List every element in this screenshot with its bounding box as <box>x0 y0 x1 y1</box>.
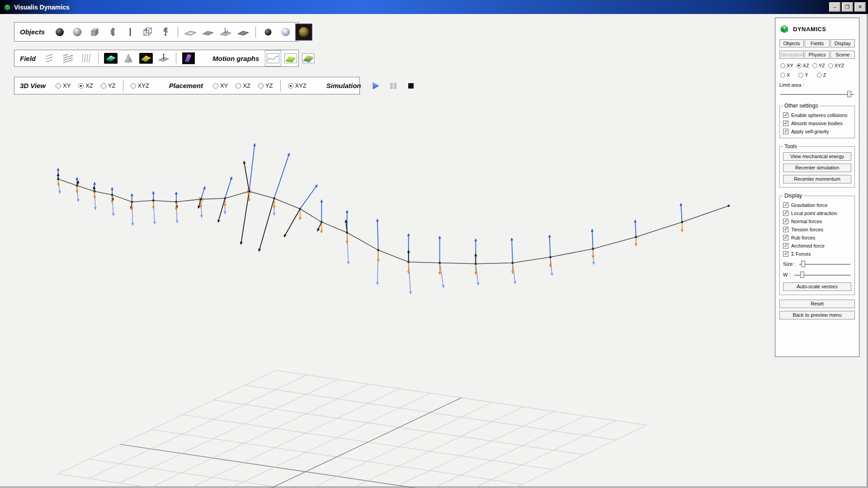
maximize-button[interactable]: ❐ <box>842 2 853 12</box>
slider-thumb[interactable] <box>800 272 804 278</box>
scene-tab-button[interactable]: Scene <box>830 51 855 59</box>
panel-radio-x[interactable]: X <box>780 72 790 78</box>
panel-axis-radios: X Y Z <box>779 72 855 78</box>
field-cone-icon[interactable] <box>120 50 137 66</box>
panel-radio-z[interactable]: Z <box>817 72 826 78</box>
pause-button[interactable] <box>385 78 401 94</box>
w-slider-row: W : <box>783 271 851 278</box>
object-gray-sphere-icon[interactable] <box>69 24 85 40</box>
panel-radio-xyz[interactable]: XYZ <box>828 63 844 68</box>
play-button[interactable] <box>368 78 384 94</box>
w-slider[interactable] <box>793 271 852 278</box>
object-cube-icon[interactable] <box>87 24 103 40</box>
view-toolbar: 3D View XY XZ YZ XYZ Placement XY XZ YZ <box>14 77 360 94</box>
slider-thumb[interactable] <box>801 261 805 267</box>
toolbar-separator <box>176 52 176 64</box>
panel-radio-xz[interactable]: XZ <box>797 63 809 68</box>
radio-icon <box>817 73 822 78</box>
checkbox-absorb-massive-bodies[interactable]: Absorb massive bodies <box>783 121 851 126</box>
field-color-gradient-icon[interactable] <box>180 50 197 66</box>
back-to-preview-menu-button[interactable]: Back to preview menu <box>779 311 855 319</box>
checkbox-rub-forces[interactable]: Rub forces <box>783 235 851 240</box>
toolbar-separator <box>280 80 281 92</box>
slider-track <box>780 94 854 95</box>
field-toolbar: Field Motion graphs <box>14 50 299 67</box>
placement-radio-xyz[interactable]: XYZ <box>288 82 307 89</box>
simulation-label: Simulation <box>326 82 361 89</box>
field-arrows-sparse-icon[interactable] <box>42 50 59 66</box>
view-radio-yz[interactable]: YZ <box>101 82 116 89</box>
field-plane-arrow-icon[interactable] <box>156 50 172 66</box>
object-textured-sphere-icon[interactable] <box>295 23 312 41</box>
panel-nav-row1: Objects Fields Display <box>779 39 855 47</box>
radio-icon <box>236 83 241 89</box>
app-icon <box>4 4 11 11</box>
panel-header: DYNAMICS <box>779 22 855 36</box>
checkbox-archimed-force[interactable]: Archimed force <box>783 243 851 249</box>
simulation-tab-button[interactable]: Simulation <box>779 51 804 59</box>
object-spring-icon[interactable] <box>104 24 121 40</box>
window-title: Visualis Dynamics <box>14 4 70 11</box>
size-slider[interactable] <box>798 260 851 267</box>
motion-graph-surface-yellow-icon[interactable] <box>300 50 316 66</box>
minimize-button[interactable]: – <box>829 2 840 12</box>
panel-radio-yz[interactable]: YZ <box>812 63 825 68</box>
checkbox-icon <box>783 211 788 216</box>
checkbox-local-point-attraction[interactable]: Local point attraction <box>783 211 851 216</box>
view-mechanical-energy-button[interactable]: View mechanical energy <box>783 152 851 161</box>
view-radio-xyz[interactable]: XYZ <box>131 82 149 89</box>
checkbox-gravitation-force[interactable]: Gravitation force <box>783 202 851 208</box>
toolbar-separator <box>255 26 256 38</box>
object-plane-solid-icon[interactable] <box>200 24 216 40</box>
placement-radio-xz[interactable]: XZ <box>236 82 250 89</box>
field-lines-icon[interactable] <box>78 50 94 66</box>
view-radio-xz[interactable]: XZ <box>78 82 93 89</box>
panel-nav-row2: Simulation Physics Scene <box>779 51 855 59</box>
panel-radio-xy[interactable]: XY <box>780 63 793 68</box>
stop-button[interactable] <box>403 78 419 94</box>
object-small-sphere-icon[interactable] <box>260 24 276 40</box>
checkbox-icon <box>783 251 788 257</box>
objects-tab-button[interactable]: Objects <box>779 39 804 47</box>
object-plane-dark-icon[interactable] <box>235 24 251 40</box>
recenter-simulation-button[interactable]: Recenter simulation <box>783 164 851 172</box>
object-plane-outline-icon[interactable] <box>182 24 198 40</box>
field-orange-surface-icon[interactable] <box>138 50 154 66</box>
object-shiny-sphere-icon[interactable] <box>278 24 294 40</box>
object-wire-box-icon[interactable] <box>140 24 156 40</box>
checkbox-enable-spheres-collisions[interactable]: Enable spheres collisions <box>783 113 851 118</box>
placement-radio-yz[interactable]: YZ <box>258 82 273 89</box>
dynamics-panel: DYNAMICS Objects Fields Display Simulati… <box>775 18 859 357</box>
fields-tab-button[interactable]: Fields <box>805 39 829 47</box>
view-label: 3D View <box>20 82 46 89</box>
close-button[interactable]: ✕ <box>854 2 866 12</box>
checkbox-icon <box>783 227 788 232</box>
motion-graph-curve-icon[interactable] <box>265 50 281 66</box>
display-tab-button[interactable]: Display <box>830 39 855 47</box>
panel-radio-y[interactable]: Y <box>798 72 808 78</box>
placement-radio-xy[interactable]: XY <box>213 82 228 89</box>
object-rod-icon[interactable] <box>122 24 138 40</box>
motion-graphs-label: Motion graphs <box>212 55 259 62</box>
field-arrows-dense-icon[interactable] <box>60 50 76 66</box>
object-black-sphere-icon[interactable] <box>52 24 68 40</box>
radio-icon <box>101 83 106 89</box>
other-settings-group: Other settings Enable spheres collisions… <box>779 103 855 138</box>
object-spring-arrow-icon[interactable] <box>157 24 174 40</box>
checkbox-tension-forces[interactable]: Tension forces <box>783 227 851 232</box>
slider-thumb[interactable] <box>847 91 851 97</box>
display-title: Display <box>783 192 803 199</box>
checkbox-sigma-forces[interactable]: Σ Forces <box>783 251 851 257</box>
physics-tab-button[interactable]: Physics <box>805 51 829 59</box>
checkbox-apply-self-gravity[interactable]: Apply self-gravity <box>783 129 851 134</box>
recenter-momentum-button[interactable]: Recenter momentum <box>783 175 851 183</box>
auto-scale-vectors-button[interactable]: Auto-scale vectors <box>783 282 851 291</box>
reset-button[interactable]: Reset <box>779 300 855 308</box>
object-plane-vectors-icon[interactable] <box>217 24 234 40</box>
motion-graph-surface-green-icon[interactable] <box>283 50 299 66</box>
limit-area-slider[interactable] <box>779 90 855 98</box>
view-radio-xy[interactable]: XY <box>56 82 71 89</box>
field-green-surface-icon[interactable] <box>103 50 119 66</box>
checkbox-normal-forces[interactable]: Normal forces <box>783 219 851 224</box>
other-settings-title: Other settings <box>783 103 820 109</box>
